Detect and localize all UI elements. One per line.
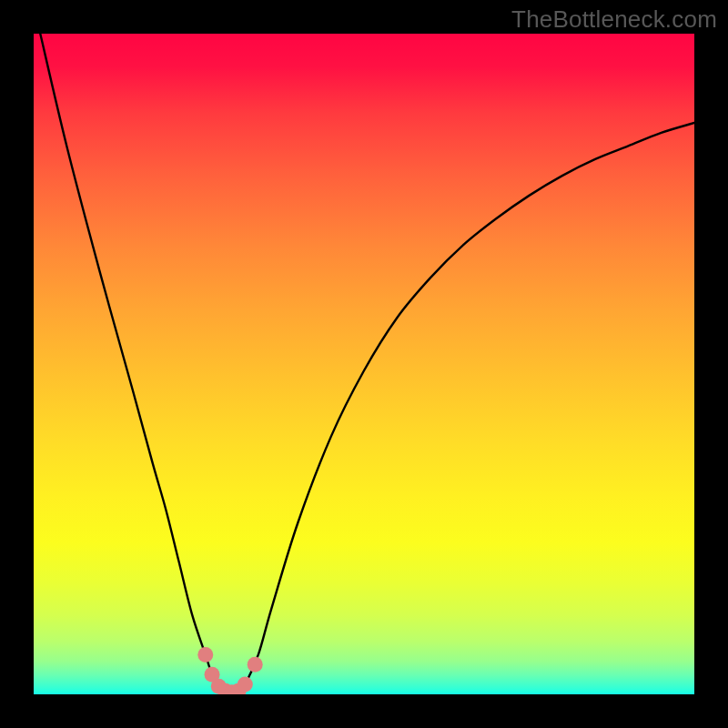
plot-area xyxy=(34,34,694,694)
bottleneck-curve xyxy=(40,34,694,693)
curve-marker xyxy=(238,677,253,693)
curve-marker xyxy=(248,657,263,672)
chart-frame: TheBottleneck.com xyxy=(0,0,728,728)
watermark-text: TheBottleneck.com xyxy=(511,5,717,34)
curve-layer xyxy=(34,34,694,694)
curve-marker xyxy=(197,647,213,662)
